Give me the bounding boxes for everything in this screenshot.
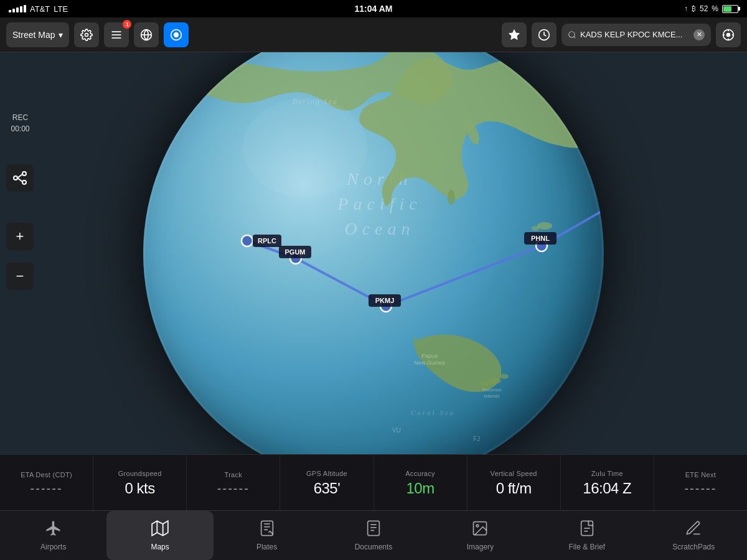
bookmark-button[interactable] bbox=[502, 22, 527, 47]
documents-icon bbox=[365, 520, 382, 539]
globe-icon bbox=[140, 29, 153, 41]
tab-documents[interactable]: Documents bbox=[320, 511, 426, 560]
locate-icon bbox=[722, 29, 735, 41]
svg-text:New Guinea: New Guinea bbox=[414, 360, 445, 366]
map-area[interactable]: North Pacific Ocean Papua bbox=[0, 52, 747, 454]
vspeed-cell: Vertical Speed 0 ft/m bbox=[467, 455, 561, 510]
svg-line-68 bbox=[17, 178, 22, 182]
svg-text:Ocean: Ocean bbox=[344, 219, 415, 238]
vspeed-value: 0 ft/m bbox=[496, 481, 532, 496]
clock-button[interactable] bbox=[532, 22, 557, 47]
tab-scratchpads[interactable]: ScratchPads bbox=[641, 511, 747, 560]
plates-icon bbox=[258, 520, 276, 539]
map-selector[interactable]: Street Map ▾ bbox=[6, 22, 69, 47]
locate-button[interactable] bbox=[716, 22, 741, 47]
battery-icon bbox=[722, 5, 738, 13]
track-value: ------ bbox=[217, 482, 250, 495]
status-left: AT&T LTE bbox=[9, 4, 68, 14]
tab-airports[interactable]: Airports bbox=[0, 511, 106, 560]
documents-label: Documents bbox=[355, 543, 393, 551]
tab-bar: Airports Maps Plates Documents bbox=[0, 510, 747, 560]
imagery-label: Imagery bbox=[467, 543, 494, 551]
plates-label: Plates bbox=[256, 543, 277, 551]
search-input[interactable] bbox=[580, 30, 690, 39]
image-icon bbox=[471, 520, 489, 537]
svg-point-66 bbox=[22, 180, 26, 184]
svg-text:PHNL: PHNL bbox=[531, 235, 550, 242]
eta-cell: ETA Dest (CDT) ------ bbox=[0, 455, 93, 510]
clock-icon bbox=[538, 29, 550, 41]
track-label: Track bbox=[225, 471, 243, 478]
groundspeed-value: 0 kts bbox=[125, 481, 155, 496]
svg-text:PKMJ: PKMJ bbox=[375, 297, 395, 304]
globe-svg: North Pacific Ocean Papua bbox=[143, 52, 604, 454]
status-bar: AT&T LTE 11:04 AM ↑ ₿ 52 % bbox=[0, 0, 747, 17]
globe-button[interactable] bbox=[134, 22, 159, 47]
data-bar: ETA Dest (CDT) ------ Groundspeed 0 kts … bbox=[0, 454, 747, 510]
bluetooth-icon: ₿ bbox=[692, 4, 696, 13]
toolbar: Street Map ▾ 1 bbox=[0, 17, 747, 52]
svg-point-10 bbox=[569, 31, 575, 37]
status-time: 11:04 AM bbox=[355, 4, 393, 14]
tab-filebrief[interactable]: File & Brief bbox=[533, 511, 640, 560]
altitude-label: GPS Altitude bbox=[306, 470, 347, 477]
ete-value: ------ bbox=[684, 482, 716, 495]
gear-icon bbox=[80, 29, 93, 41]
zulu-label: Zulu Time bbox=[591, 470, 623, 477]
tab-maps[interactable]: Maps bbox=[106, 511, 213, 560]
svg-point-40 bbox=[242, 235, 253, 246]
eta-label: ETA Dest (CDT) bbox=[21, 471, 72, 478]
svg-text:RPLC: RPLC bbox=[258, 237, 276, 245]
zulu-value: 16:04 Z bbox=[583, 481, 631, 496]
track-icon bbox=[170, 29, 182, 41]
search-icon bbox=[568, 30, 576, 39]
tab-plates[interactable]: Plates bbox=[214, 511, 320, 560]
plane-icon bbox=[45, 520, 62, 537]
plus-icon: + bbox=[16, 228, 24, 245]
svg-point-65 bbox=[22, 172, 26, 175]
airports-icon bbox=[45, 520, 62, 539]
maps-icon bbox=[151, 520, 169, 539]
search-bar: ✕ bbox=[561, 24, 711, 46]
layers-icon bbox=[110, 29, 123, 41]
filebrief-icon bbox=[578, 520, 596, 539]
altitude-cell: GPS Altitude 635' bbox=[280, 455, 374, 510]
svg-line-38 bbox=[386, 246, 542, 306]
location-icon: ↑ bbox=[684, 4, 688, 13]
svg-text:Pacific: Pacific bbox=[337, 194, 421, 213]
imagery-icon bbox=[471, 520, 489, 539]
signal-strength bbox=[9, 5, 26, 12]
document-icon bbox=[365, 520, 382, 537]
svg-text:Coral Sea: Coral Sea bbox=[411, 409, 455, 416]
toolbar-right: ✕ bbox=[502, 22, 741, 47]
network-label: LTE bbox=[54, 4, 68, 14]
globe: North Pacific Ocean Papua bbox=[143, 52, 604, 454]
svg-point-81 bbox=[477, 525, 479, 527]
eta-value: ------ bbox=[31, 482, 63, 495]
carrier-label: AT&T bbox=[30, 4, 50, 14]
accuracy-label: Accuracy bbox=[405, 470, 435, 477]
route-button[interactable] bbox=[6, 164, 34, 192]
zoom-in-button[interactable]: + bbox=[6, 223, 34, 250]
clear-search-button[interactable]: ✕ bbox=[693, 29, 705, 40]
svg-text:Solomon: Solomon bbox=[482, 387, 502, 393]
settings-button[interactable] bbox=[74, 22, 99, 47]
svg-text:VU: VU bbox=[392, 427, 401, 434]
airports-label: Airports bbox=[40, 543, 66, 551]
filebrief-label: File & Brief bbox=[568, 543, 605, 551]
svg-line-67 bbox=[17, 174, 22, 178]
ete-cell: ETE Next ------ bbox=[654, 455, 747, 510]
tab-imagery[interactable]: Imagery bbox=[427, 511, 533, 560]
zoom-out-button[interactable]: − bbox=[6, 263, 34, 290]
accuracy-cell: Accuracy 10m bbox=[374, 455, 467, 510]
globe-container: North Pacific Ocean Papua bbox=[143, 52, 604, 454]
battery-percent: 52 bbox=[700, 4, 708, 13]
svg-text:Papua: Papua bbox=[421, 353, 438, 359]
svg-rect-72 bbox=[261, 521, 273, 535]
svg-point-35 bbox=[532, 226, 539, 231]
scratchpads-icon bbox=[685, 520, 702, 539]
svg-text:Islands: Islands bbox=[484, 393, 499, 399]
track-button[interactable] bbox=[164, 22, 189, 47]
plates-doc-icon bbox=[258, 520, 276, 537]
route-icon bbox=[12, 170, 27, 185]
